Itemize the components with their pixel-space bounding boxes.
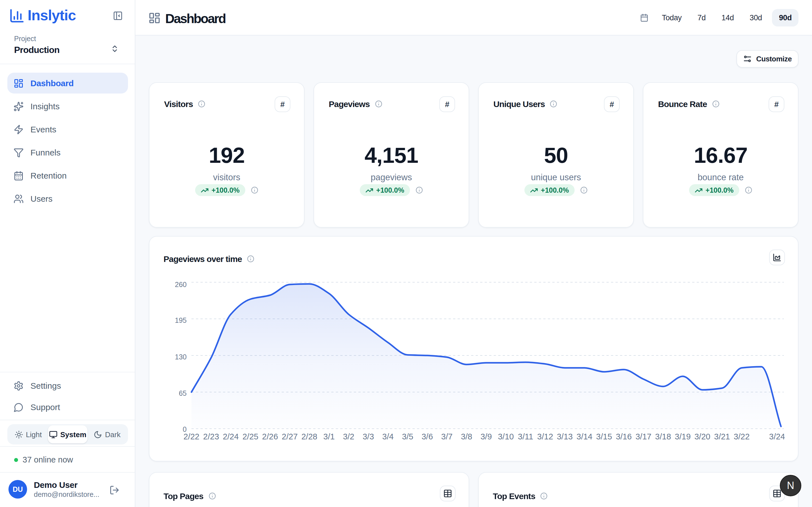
svg-text:3/17: 3/17 [636,432,651,441]
svg-text:3/12: 3/12 [537,432,553,441]
svg-text:3/13: 3/13 [557,432,573,441]
svg-text:3/15: 3/15 [596,432,612,441]
svg-text:3/3: 3/3 [363,432,374,441]
svg-text:3/5: 3/5 [402,432,413,441]
svg-text:65: 65 [179,389,187,397]
svg-text:3/10: 3/10 [498,432,514,441]
svg-text:3/20: 3/20 [695,432,710,441]
svg-text:2/26: 2/26 [262,432,278,441]
svg-text:2/27: 2/27 [282,432,297,441]
svg-text:3/14: 3/14 [576,432,592,441]
svg-text:2/28: 2/28 [301,432,317,441]
svg-text:3/9: 3/9 [480,432,492,441]
svg-text:3/24: 3/24 [769,432,785,441]
svg-text:3/19: 3/19 [675,432,691,441]
svg-text:3/2: 3/2 [343,432,354,441]
svg-text:3/1: 3/1 [323,432,335,441]
svg-text:2/25: 2/25 [243,432,258,441]
svg-text:3/8: 3/8 [461,432,472,441]
svg-text:260: 260 [175,281,187,288]
svg-text:2/22: 2/22 [184,432,199,441]
svg-text:3/6: 3/6 [421,432,433,441]
svg-text:195: 195 [175,316,187,324]
svg-text:130: 130 [175,353,187,361]
svg-text:3/11: 3/11 [518,432,533,441]
svg-text:3/4: 3/4 [382,432,394,441]
svg-text:3/7: 3/7 [441,432,453,441]
svg-text:3/21: 3/21 [714,432,730,441]
svg-text:3/18: 3/18 [655,432,671,441]
svg-text:3/16: 3/16 [616,432,631,441]
svg-text:3/22: 3/22 [733,432,749,441]
svg-text:2/24: 2/24 [223,432,239,441]
svg-text:2/23: 2/23 [203,432,219,441]
